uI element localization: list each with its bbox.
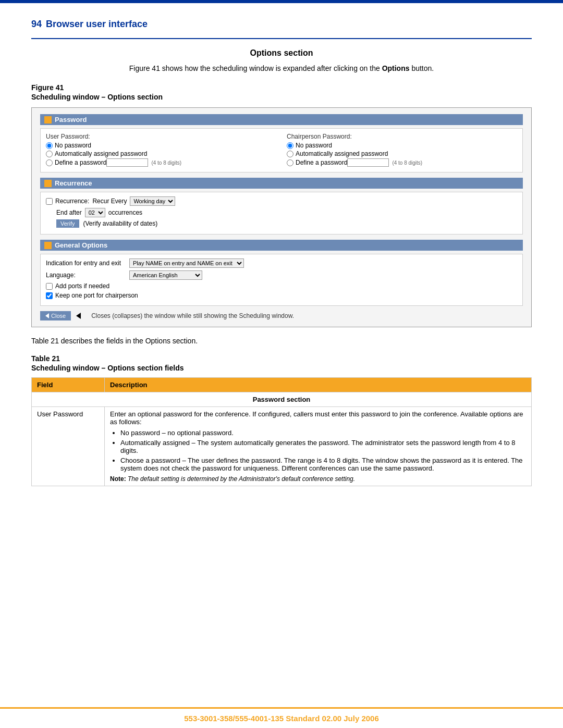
bullet-1: No password – no optional password.: [120, 429, 526, 437]
no-password-label: No password: [55, 142, 91, 149]
section-title: Browser user interface: [46, 19, 148, 30]
chair-auto-assigned-label: Automatically assigned password: [296, 150, 388, 157]
recurrence-bar-label: Recurrence: [55, 179, 92, 187]
indication-row: Indication for entry and exit Play NAME …: [46, 258, 517, 268]
user-password-bullets: No password – no optional password. Auto…: [110, 429, 526, 472]
recurrence-bar: Recurrence: [40, 178, 523, 189]
verify-hint: (Verify availability of dates): [83, 220, 158, 227]
chair-define-password-radio[interactable]: [287, 159, 293, 166]
recurrence-checkbox[interactable]: [46, 198, 53, 205]
recurrence-form: Recurrence: Recur Every Working day End …: [40, 192, 523, 235]
close-button-label: Close: [51, 313, 66, 319]
keep-port-checkbox[interactable]: [46, 292, 53, 299]
bullet-2: Automatically assigned – The system auto…: [120, 439, 526, 454]
section-divider: [31, 38, 532, 39]
close-row: Close Closes (collapses) the window whil…: [40, 311, 523, 320]
chairperson-password-col: Chairperson Password: No password Automa…: [287, 133, 517, 168]
language-label: Language:: [46, 272, 129, 279]
data-table: Field Description Password section User …: [31, 377, 532, 486]
occurrences-select[interactable]: 02: [85, 208, 105, 217]
note-text: Note: The default setting is determined …: [110, 475, 526, 483]
options-heading: Options section: [31, 48, 532, 58]
general-bar-label: General Options: [55, 241, 107, 249]
user-password-desc-cell: Enter an optional password for the confe…: [105, 407, 532, 486]
footer: 553-3001-358/555-4001-135 Standard 02.00…: [0, 707, 563, 728]
close-description: Closes (collapses) the window while stil…: [91, 312, 294, 319]
recurrence-bar-icon: [44, 180, 52, 187]
occurrences-label: occurrences: [108, 209, 142, 216]
user-password-intro: Enter an optional password for the confe…: [110, 410, 523, 426]
general-form: Indication for entry and exit Play NAME …: [40, 254, 523, 306]
keep-port-label: Keep one port for chairperson: [55, 292, 138, 299]
close-arrow-icon: [45, 313, 49, 318]
keep-port-row: Keep one port for chairperson: [46, 292, 517, 299]
footer-text: 553-3001-358/555-4001-135 Standard 02.00…: [31, 714, 532, 723]
add-ports-row: Add ports if needed: [46, 282, 517, 290]
digits-hint: (4 to 8 digits): [151, 160, 181, 166]
close-arrow-indicator: [76, 313, 81, 319]
section-header: 94 Browser user interface: [31, 19, 532, 30]
intro-text-content: Figure 41 shows how the scheduling windo…: [129, 64, 434, 72]
general-bar-icon: [44, 242, 52, 249]
recurrence-checkbox-row: Recurrence: Recur Every Working day: [46, 196, 517, 206]
intro-text: Figure 41 shows how the scheduling windo…: [31, 63, 532, 74]
chair-no-password-row: No password: [287, 142, 517, 149]
chairperson-password-label: Chairperson Password:: [287, 133, 517, 140]
chair-auto-assigned-radio[interactable]: [287, 151, 293, 157]
describes-text: Table 21 describes the fields in the Opt…: [31, 337, 532, 345]
general-bar: General Options: [40, 240, 523, 251]
chair-no-password-radio[interactable]: [287, 142, 293, 149]
chair-define-password-row: Define a password (4 to 8 digits): [287, 158, 517, 167]
end-after-label: End after: [56, 209, 82, 216]
define-password-radio[interactable]: [46, 159, 53, 166]
no-password-row: No password: [46, 142, 276, 149]
bullet-3: Choose a password – The user defines the…: [120, 456, 526, 472]
auto-assigned-row: Automatically assigned password: [46, 150, 276, 157]
screenshot-box: Password User Password: No password Auto…: [31, 107, 532, 327]
verify-row: Verify (Verify availability of dates): [46, 219, 517, 228]
user-password-field-cell: User Password: [32, 407, 105, 486]
language-row: Language: American English: [46, 270, 517, 280]
password-bar-label: Password: [55, 116, 87, 124]
section-number: 94: [31, 19, 42, 30]
col-field-header: Field: [32, 378, 105, 392]
define-password-row: Define a password (4 to 8 digits): [46, 158, 276, 167]
language-select[interactable]: American English: [129, 270, 202, 280]
add-ports-checkbox[interactable]: [46, 283, 53, 290]
user-password-label: User Password:: [46, 133, 276, 140]
chair-define-password-input[interactable]: [347, 158, 389, 167]
note-content: The default setting is determined by the…: [128, 475, 355, 483]
content: 94 Browser user interface Options sectio…: [0, 3, 563, 707]
page: 94 Browser user interface Options sectio…: [0, 0, 563, 728]
table-caption: Scheduling window – Options section fiel…: [31, 364, 532, 372]
password-bar-icon: [44, 116, 52, 124]
figure-label: Figure 41: [31, 83, 532, 92]
close-button[interactable]: Close: [40, 311, 71, 320]
recur-every-label: Recur Every: [92, 198, 127, 205]
note-label: Note:: [110, 475, 126, 483]
indication-select[interactable]: Play NAME on entry and NAME on exit: [129, 258, 244, 268]
define-password-input[interactable]: [106, 158, 148, 167]
define-password-label: Define a password: [55, 159, 106, 166]
table-row: User Password Enter an optional password…: [32, 407, 532, 486]
user-password-col: User Password: No password Automatically…: [46, 133, 276, 168]
password-bar: Password: [40, 114, 523, 125]
password-section-row: Password section: [32, 392, 532, 407]
indication-label: Indication for entry and exit: [46, 260, 129, 267]
auto-assigned-radio[interactable]: [46, 151, 53, 157]
col-description-header: Description: [105, 378, 532, 392]
password-form: User Password: No password Automatically…: [40, 128, 523, 172]
add-ports-label: Add ports if needed: [55, 282, 109, 290]
auto-assigned-label: Automatically assigned password: [55, 150, 147, 157]
recur-every-select[interactable]: Working day: [130, 196, 175, 206]
verify-button[interactable]: Verify: [56, 219, 79, 228]
chair-auto-assigned-row: Automatically assigned password: [287, 150, 517, 157]
figure-caption: Scheduling window – Options section: [31, 93, 532, 101]
chair-digits-hint: (4 to 8 digits): [392, 160, 422, 166]
recurrence-checkbox-label: Recurrence:: [55, 198, 89, 205]
table-label: Table 21: [31, 354, 532, 363]
end-after-row: End after 02 occurrences: [46, 208, 517, 217]
password-section-cell: Password section: [32, 392, 532, 407]
no-password-radio[interactable]: [46, 142, 53, 149]
password-two-col: User Password: No password Automatically…: [46, 133, 517, 168]
